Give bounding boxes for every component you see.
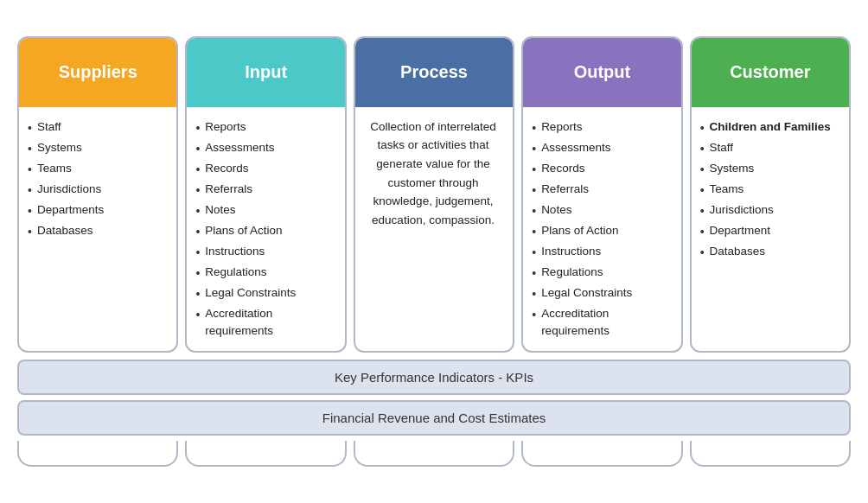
list-item: Teams xyxy=(700,180,839,201)
list-item: Records xyxy=(532,159,670,180)
list-item: Systems xyxy=(700,159,839,180)
input-body: ReportsAssessmentsRecordsReferralsNotesP… xyxy=(187,107,344,352)
column-process: ProcessCollection of interrelated tasks … xyxy=(354,36,514,353)
list-item: Assessments xyxy=(195,138,334,159)
bottom-bar-0: Key Performance Indicators - KPIs xyxy=(17,360,851,395)
list-item: Departments xyxy=(28,201,166,221)
list-item: Staff xyxy=(28,118,166,138)
suppliers-header: Suppliers xyxy=(19,38,176,107)
list-item: Staff xyxy=(700,138,839,159)
bottom-bar-1: Financial Revenue and Cost Estimates xyxy=(17,400,851,436)
list-item: Databases xyxy=(700,242,839,263)
list-item: Regulations xyxy=(532,263,670,283)
list-item: Jurisdictions xyxy=(700,201,839,221)
customer-header: Customer xyxy=(692,38,849,107)
list-item: Plans of Action xyxy=(195,221,334,242)
column-input: InputReportsAssessmentsRecordsReferralsN… xyxy=(185,36,346,353)
connector-output xyxy=(521,441,682,467)
list-item: Systems xyxy=(28,138,166,159)
output-body: ReportsAssessmentsRecordsReferralsNotesP… xyxy=(523,107,680,352)
column-customer: CustomerChildren and FamiliesStaffSystem… xyxy=(690,36,851,353)
customer-body: Children and FamiliesStaffSystemsTeamsJu… xyxy=(692,107,849,352)
list-item: Accreditation requirements xyxy=(532,304,670,341)
list-item: Instructions xyxy=(195,242,334,263)
list-item: Instructions xyxy=(532,242,670,263)
list-item: Reports xyxy=(532,118,670,138)
list-item: Assessments xyxy=(532,138,670,159)
list-item: Department xyxy=(700,221,839,242)
list-item: Jurisdictions xyxy=(28,180,166,201)
process-header: Process xyxy=(355,38,513,107)
list-item: Legal Constraints xyxy=(195,283,334,304)
list-item: Teams xyxy=(28,159,166,180)
list-item: Plans of Action xyxy=(532,221,670,242)
customer-list: Children and FamiliesStaffSystemsTeamsJu… xyxy=(700,118,839,263)
connector-input xyxy=(185,441,346,467)
list-item: Referrals xyxy=(532,180,670,201)
list-item: Children and Families xyxy=(700,118,839,138)
list-item: Notes xyxy=(532,201,670,221)
output-list: ReportsAssessmentsRecordsReferralsNotesP… xyxy=(532,118,670,341)
column-suppliers: SuppliersStaffSystemsTeamsJurisdictionsD… xyxy=(17,36,178,353)
connector-process xyxy=(354,441,514,467)
suppliers-list: StaffSystemsTeamsJurisdictionsDepartment… xyxy=(28,118,166,242)
input-list: ReportsAssessmentsRecordsReferralsNotesP… xyxy=(195,118,334,341)
process-body: Collection of interrelated tasks or acti… xyxy=(355,107,513,352)
process-text: Collection of interrelated tasks or acti… xyxy=(364,118,502,230)
input-header: Input xyxy=(187,38,344,107)
suppliers-body: StaffSystemsTeamsJurisdictionsDepartment… xyxy=(19,107,176,352)
columns-row: SuppliersStaffSystemsTeamsJurisdictionsD… xyxy=(17,36,851,353)
list-item: Databases xyxy=(28,221,166,242)
connector-customer xyxy=(690,441,851,467)
list-item: Reports xyxy=(195,118,334,138)
connector-suppliers xyxy=(17,441,178,467)
bottom-bars: Key Performance Indicators - KPIsFinanci… xyxy=(17,360,851,436)
list-item: Accreditation requirements xyxy=(195,304,334,341)
column-output: OutputReportsAssessmentsRecordsReferrals… xyxy=(521,36,682,353)
list-item: Legal Constraints xyxy=(532,283,670,304)
connectors-row xyxy=(17,441,851,467)
list-item: Regulations xyxy=(195,263,334,283)
list-item: Notes xyxy=(195,201,334,221)
list-item: Referrals xyxy=(195,180,334,201)
diagram-wrapper: SuppliersStaffSystemsTeamsJurisdictionsD… xyxy=(9,28,859,476)
output-header: Output xyxy=(523,38,680,107)
list-item: Records xyxy=(195,159,334,180)
